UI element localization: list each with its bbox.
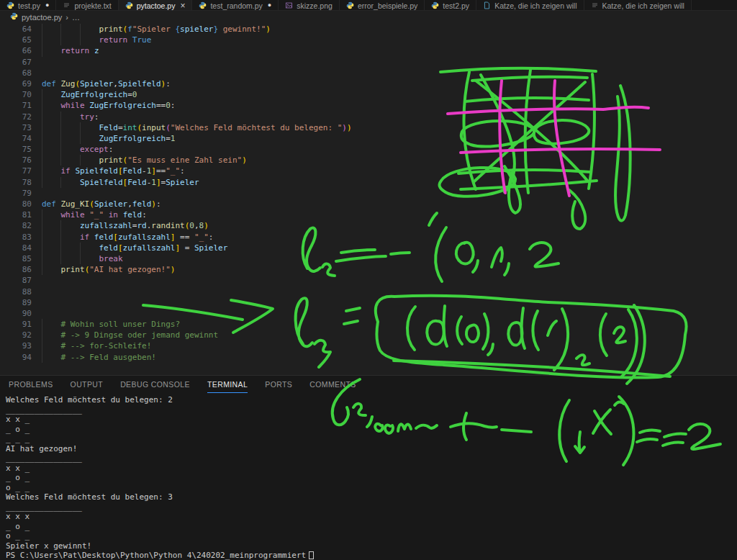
line-number: 80 [0,199,32,209]
panel-tab-comments[interactable]: COMMENTS [309,376,356,393]
code-line[interactable]: 85 break [0,253,737,264]
code-line[interactable]: 93 # --> for-Schleife! [0,340,737,351]
line-number: 68 [0,68,32,78]
code-line[interactable]: 82 zufallszahl=rd.randint(0,8) [0,220,737,231]
code-line[interactable]: 83 if feld[zufallszahl] == "_": [0,232,737,243]
editor-tab[interactable]: skizze.png [279,0,340,11]
code-line[interactable]: 73 Feld=int(input("Welches Feld möchtest… [0,122,737,133]
line-number: 72 [0,112,32,122]
line-number: 69 [0,78,32,89]
code-line[interactable]: 72 try: [0,112,737,122]
line-number: 74 [0,133,32,144]
terminal-cursor [309,551,314,559]
code-text: zufallszahl=rd.randint(0,8) [42,220,209,231]
code-text: except: [42,144,113,155]
code-line[interactable]: 71 while ZugErfolgreich==0: [0,100,737,111]
code-line[interactable]: 69def Zug(Spieler,Spielfeld): [0,78,737,89]
terminal-line: x x _ [6,464,737,474]
code-line[interactable]: 66 return z [0,45,737,56]
editor-tab[interactable]: test.py● [0,0,56,11]
code-text: while "_" in feld: [42,209,147,220]
code-text: def Zug(Spieler,Spielfeld): [42,78,171,89]
line-number: 83 [0,232,32,243]
editor-tab[interactable]: test_random.py● [192,0,279,11]
tab-label: error_beispiele.py [358,1,417,10]
breadcrumb-separator: › [65,13,68,22]
vscode-window: test.py●projekte.txtpytactoe.py×test_ran… [0,0,737,560]
code-line[interactable]: 74 ZugErfolgreich=1 [0,133,737,144]
editor-tab[interactable]: test2.py [425,0,476,11]
line-number: 82 [0,220,32,231]
panel-tab-problems[interactable]: PROBLEMS [9,376,53,393]
terminal-line: _ o _ [6,473,737,483]
terminal-prompt[interactable]: PS C:\Users\Pat\Desktop\Python\Python 4\… [6,551,737,560]
code-line[interactable]: 92 # -> 9 Dingse oder jemand gewinnt [0,330,737,340]
line-number: 70 [0,89,32,100]
code-text: return True [42,35,151,45]
code-line[interactable]: 87 [0,275,737,286]
line-number: 73 [0,122,32,133]
terminal-line: _ _ _ [6,434,737,444]
tab-label: skizze.png [297,1,333,10]
panel-tab-ports[interactable]: PORTS [265,376,292,393]
code-line[interactable]: 91 # Wohin soll unser Dings? [0,319,737,330]
code-line[interactable]: 89 [0,297,737,308]
terminal-output[interactable]: Welches Feld möchtest du belegen: 2_____… [0,393,737,560]
code-text: # --> Feld ausgeben! [42,352,156,363]
panel-tab-terminal[interactable]: TERMINAL [207,376,248,393]
editor-tab[interactable]: error_beispiele.py [340,0,425,11]
code-line[interactable]: 64 print(f"Spieler {spieler} gewinnt!") [0,24,737,35]
tab-label: Katze, die ich zeigen will [494,1,577,10]
line-number: 88 [0,286,32,297]
line-number: 65 [0,35,32,45]
code-line[interactable]: 67 [0,57,737,68]
line-number: 84 [0,243,32,253]
terminal-line: Welches Feld möchtest du belegen: 2 [6,395,737,405]
panel-tab-bar: PROBLEMSOUTPUTDEBUG CONSOLETERMINALPORTS… [0,375,737,393]
python-icon [431,1,439,9]
terminal-line: o _ _ [6,483,737,493]
editor-tab-bar: test.py●projekte.txtpytactoe.py×test_ran… [0,0,737,11]
breadcrumb-file[interactable]: pytactoe.py [22,13,62,22]
tab-label: Katze, die ich zeigen will [602,1,684,10]
terminal-line: _ o _ [6,522,737,532]
code-line[interactable]: 79 [0,188,737,199]
line-number: 77 [0,166,32,176]
line-number: 91 [0,319,32,330]
code-line[interactable]: 84 feld[zufallszahl] = Spieler [0,243,737,253]
file-icon [591,1,599,9]
code-line[interactable]: 76 print("Es muss eine Zahl sein") [0,155,737,166]
terminal-line: ________________ [6,502,737,512]
editor-tab[interactable]: projekte.txt [56,0,118,11]
code-line[interactable]: 88 [0,286,737,297]
terminal-line: ________________ [6,453,737,464]
tab-label: pytactoe.py [137,1,176,10]
code-text: # -> 9 Dingse oder jemand gewinnt [42,330,218,340]
editor-tab[interactable]: Katze, die ich zeigen will [476,0,584,11]
editor-tab[interactable]: Katze, die ich zeigen will [584,0,692,11]
code-line[interactable]: 94 # --> Feld ausgeben! [0,352,737,363]
code-line[interactable]: 80def Zug_KI(Spieler,feld): [0,199,737,209]
breadcrumb-more[interactable]: … [72,13,80,22]
code-text: if Spielfeld[Feld-1]=="_": [42,166,185,176]
close-icon[interactable]: × [180,1,185,10]
code-line[interactable]: 81 while "_" in feld: [0,209,737,220]
line-number: 76 [0,155,32,166]
code-line[interactable]: 78 Spielfeld[Feld-1]=Spieler [0,177,737,188]
code-line[interactable]: 70 ZugErfolgreich=0 [0,89,737,100]
code-line[interactable]: 68 [0,68,737,78]
code-line[interactable]: 86 print("AI hat gezogen!") [0,264,737,275]
breadcrumb[interactable]: pytactoe.py › … [0,12,737,22]
code-line[interactable]: 90 [0,308,737,319]
panel-tab-debug-console[interactable]: DEBUG CONSOLE [120,376,190,393]
code-line[interactable]: 75 except: [0,144,737,155]
code-line[interactable]: 77 if Spielfeld[Feld-1]=="_": [0,166,737,176]
line-number: 66 [0,45,32,56]
tab-label: test_random.py [210,1,262,10]
code-line[interactable]: 65 return True [0,35,737,45]
line-number: 89 [0,297,32,308]
panel-tab-output[interactable]: OUTPUT [71,376,104,393]
line-number: 67 [0,57,32,68]
editor-tab[interactable]: pytactoe.py× [119,0,193,11]
code-editor[interactable]: 64 print(f"Spieler {spieler} gewinnt!")6… [0,22,737,375]
